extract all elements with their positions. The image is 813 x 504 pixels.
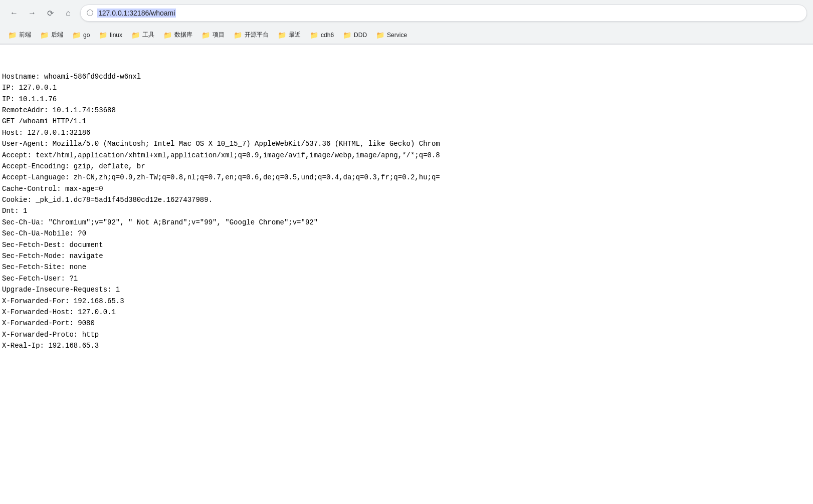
content-line: X-Forwarded-Proto: http (2, 329, 811, 340)
bookmarks-bar: 📁前端📁后端📁go📁linux📁工具📁数据库📁项目📁开源平台📁最近📁cdh6📁D… (0, 26, 813, 44)
bookmark-item-ddd[interactable]: 📁DDD (339, 29, 371, 41)
folder-icon: 📁 (8, 31, 17, 39)
bookmark-item-zuijin[interactable]: 📁最近 (274, 29, 305, 41)
folder-icon: 📁 (201, 31, 210, 39)
bookmark-label: 后端 (51, 31, 63, 39)
content-line: Sec-Fetch-User: ?1 (2, 273, 811, 284)
content-line: Sec-Ch-Ua-Mobile: ?0 (2, 228, 811, 239)
back-button[interactable]: ← (6, 5, 22, 21)
content-line: Host: 127.0.0.1:32186 (2, 127, 811, 138)
bookmark-item-shujuku[interactable]: 📁数据库 (159, 29, 196, 41)
content-line: IP: 127.0.0.1 (2, 82, 811, 93)
content-line: Dnt: 1 (2, 205, 811, 216)
bookmark-label: 项目 (213, 31, 225, 39)
content-line: User-Agent: Mozilla/5.0 (Macintosh; Inte… (2, 138, 811, 149)
bookmark-item-linux[interactable]: 📁linux (95, 29, 126, 41)
folder-icon: 📁 (278, 31, 286, 39)
bookmark-label: Service (387, 32, 407, 39)
content-line: Cookie: _pk_id.1.dc78=5ad1f45d380cd12e.1… (2, 194, 811, 205)
folder-icon: 📁 (234, 31, 242, 39)
bookmark-item-service[interactable]: 📁Service (372, 29, 411, 41)
bookmark-label: 前端 (19, 31, 31, 39)
bookmark-label: cdh6 (321, 32, 334, 39)
bookmark-item-qianduan[interactable]: 📁前端 (4, 29, 35, 41)
folder-icon: 📁 (72, 31, 81, 39)
bookmark-item-xiangmu[interactable]: 📁项目 (197, 29, 229, 41)
content-line: IP: 10.1.1.76 (2, 94, 811, 105)
browser-toolbar: ← → ⟳ ⌂ ⓘ 127.0.0.1:32186/whoami (0, 0, 813, 26)
folder-icon: 📁 (163, 31, 172, 39)
bookmark-label: DDD (354, 32, 367, 39)
nav-buttons: ← → ⟳ ⌂ (6, 5, 76, 21)
bookmark-item-cdh6[interactable]: 📁cdh6 (306, 29, 338, 41)
folder-icon: 📁 (310, 31, 318, 39)
home-button[interactable]: ⌂ (60, 5, 76, 21)
address-bar[interactable]: ⓘ 127.0.0.1:32186/whoami (80, 5, 807, 22)
bookmark-label: 工具 (142, 31, 154, 39)
folder-icon: 📁 (40, 31, 49, 39)
folder-icon: 📁 (131, 31, 140, 39)
content-line: Sec-Ch-Ua: "Chromium";v="92", " Not A;Br… (2, 217, 811, 228)
page-content: Hostname: whoami-586fd9cddd-w6nxlIP: 127… (0, 45, 813, 356)
info-icon: ⓘ (87, 9, 93, 18)
content-line: RemoteAddr: 10.1.1.74:53688 (2, 105, 811, 116)
folder-icon: 📁 (99, 31, 107, 39)
content-line: Accept: text/html,application/xhtml+xml,… (2, 150, 811, 161)
content-line: Accept-Language: zh-CN,zh;q=0.9,zh-TW;q=… (2, 172, 811, 183)
browser-chrome: ← → ⟳ ⌂ ⓘ 127.0.0.1:32186/whoami 📁前端📁后端📁… (0, 0, 813, 45)
content-line: GET /whoami HTTP/1.1 (2, 116, 811, 127)
bookmark-label: 最近 (289, 31, 301, 39)
folder-icon: 📁 (343, 31, 351, 39)
content-line: Accept-Encoding: gzip, deflate, br (2, 161, 811, 172)
bookmark-label: go (83, 32, 90, 39)
url-text[interactable]: 127.0.0.1:32186/whoami (97, 9, 176, 18)
bookmark-item-gongju[interactable]: 📁工具 (127, 29, 158, 41)
content-line: Cache-Control: max-age=0 (2, 183, 811, 194)
forward-button[interactable]: → (24, 5, 40, 21)
content-line: X-Real-Ip: 192.168.65.3 (2, 340, 811, 351)
bookmark-label: 数据库 (174, 31, 192, 39)
bookmark-item-kaiyuan[interactable]: 📁开源平台 (230, 29, 273, 41)
content-line: Sec-Fetch-Site: none (2, 262, 811, 273)
content-line: Sec-Fetch-Dest: document (2, 239, 811, 250)
content-line: Hostname: whoami-586fd9cddd-w6nxl (2, 71, 811, 82)
content-line: Sec-Fetch-Mode: navigate (2, 250, 811, 262)
folder-icon: 📁 (376, 31, 384, 39)
content-line: X-Forwarded-For: 192.168.65.3 (2, 296, 811, 307)
content-line: X-Forwarded-Port: 9080 (2, 318, 811, 329)
bookmark-item-go[interactable]: 📁go (68, 29, 94, 41)
bookmark-label: linux (110, 32, 122, 39)
bookmark-label: 开源平台 (245, 31, 269, 39)
reload-button[interactable]: ⟳ (42, 5, 58, 21)
bookmark-item-houduan[interactable]: 📁后端 (36, 29, 67, 41)
content-line: X-Forwarded-Host: 127.0.0.1 (2, 307, 811, 318)
content-line: Upgrade-Insecure-Requests: 1 (2, 284, 811, 295)
